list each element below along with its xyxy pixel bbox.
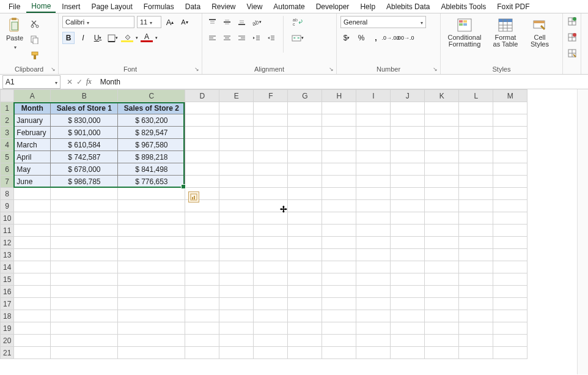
cell-I12[interactable] — [356, 237, 391, 249]
cell-A21[interactable] — [14, 347, 51, 359]
cell-M14[interactable] — [493, 261, 527, 273]
cell-I14[interactable] — [356, 261, 391, 273]
column-header-K[interactable]: K — [425, 90, 459, 102]
cell-I1[interactable] — [356, 102, 391, 114]
cell-K17[interactable] — [425, 298, 459, 310]
cell-M3[interactable] — [493, 127, 527, 139]
row-header-4[interactable]: 4 — [1, 139, 14, 151]
enter-formula-icon[interactable]: ✓ — [76, 78, 83, 86]
cell-E3[interactable] — [219, 127, 254, 139]
cell-K10[interactable] — [425, 212, 459, 225]
cell-K19[interactable] — [425, 322, 459, 335]
cell-H14[interactable] — [322, 261, 356, 273]
cell-K6[interactable] — [425, 163, 459, 176]
cell-M8[interactable] — [493, 188, 527, 200]
cell-I9[interactable] — [356, 200, 391, 212]
cell-G9[interactable] — [288, 200, 322, 212]
cell-F14[interactable] — [254, 261, 288, 273]
cell-C8[interactable] — [118, 188, 185, 200]
cell-K15[interactable] — [425, 273, 459, 286]
column-header-G[interactable]: G — [288, 90, 322, 102]
column-header-D[interactable]: D — [185, 90, 219, 102]
delete-cells-icon[interactable] — [567, 32, 578, 43]
alignment-launcher-icon[interactable]: ↘ — [328, 65, 335, 73]
cell-G18[interactable] — [288, 310, 322, 322]
cell-F5[interactable] — [254, 151, 288, 163]
comma-format-icon[interactable]: , — [370, 32, 382, 44]
cell-G20[interactable] — [288, 335, 322, 347]
number-format-select[interactable]: General — [340, 16, 426, 28]
cell-E7[interactable] — [219, 176, 254, 188]
row-header-21[interactable]: 21 — [1, 347, 14, 359]
font-size-select[interactable]: 11 — [137, 16, 161, 28]
align-middle-icon[interactable] — [221, 16, 233, 28]
cell-A17[interactable] — [14, 298, 51, 310]
cell-H21[interactable] — [322, 347, 356, 359]
cell-K5[interactable] — [425, 151, 459, 163]
cell-L15[interactable] — [459, 273, 493, 286]
cell-C21[interactable] — [118, 347, 185, 359]
cell-J9[interactable] — [391, 200, 425, 212]
cell-C20[interactable] — [118, 335, 185, 347]
decrease-decimal-icon[interactable]: .00→.0 — [399, 32, 411, 44]
row-header-18[interactable]: 18 — [1, 310, 14, 322]
cell-E5[interactable] — [219, 151, 254, 163]
menu-item-help[interactable]: Help — [355, 1, 380, 12]
align-left-icon[interactable] — [206, 32, 218, 44]
decrease-indent-icon[interactable] — [250, 32, 262, 44]
cell-F1[interactable] — [254, 102, 288, 114]
cell-D16[interactable] — [185, 286, 219, 298]
paste-dropdown-caret[interactable] — [13, 43, 17, 50]
cell-B1[interactable]: Sales of Store 1 — [51, 102, 118, 114]
cell-F4[interactable] — [254, 139, 288, 151]
cancel-formula-icon[interactable]: ✕ — [67, 78, 73, 86]
cell-E14[interactable] — [219, 261, 254, 273]
underline-button[interactable]: U▾ — [92, 32, 104, 44]
cell-B20[interactable] — [51, 335, 118, 347]
cell-L14[interactable] — [459, 261, 493, 273]
cell-H10[interactable] — [322, 212, 356, 225]
cell-A13[interactable] — [14, 249, 51, 261]
cell-K9[interactable] — [425, 200, 459, 212]
bold-button[interactable]: B — [62, 32, 75, 44]
cell-E17[interactable] — [219, 298, 254, 310]
cell-A14[interactable] — [14, 261, 51, 273]
cell-M1[interactable] — [493, 102, 527, 114]
row-header-14[interactable]: 14 — [1, 261, 14, 273]
column-header-F[interactable]: F — [254, 90, 288, 102]
worksheet-grid[interactable]: ABCDEFGHIJKLM1MonthSales of Store 1Sales… — [0, 89, 588, 374]
cell-F2[interactable] — [254, 114, 288, 127]
row-header-2[interactable]: 2 — [1, 114, 14, 127]
row-header-11[interactable]: 11 — [1, 225, 14, 237]
cell-I21[interactable] — [356, 347, 391, 359]
cell-K1[interactable] — [425, 102, 459, 114]
number-launcher-icon[interactable]: ↘ — [432, 65, 439, 73]
cell-B3[interactable]: $ 901,000 — [51, 127, 118, 139]
menu-item-ablebits-data[interactable]: Ablebits Data — [381, 1, 435, 12]
cell-B12[interactable] — [51, 237, 118, 249]
cell-styles-button[interactable]: Cell Styles — [526, 16, 553, 49]
column-header-C[interactable]: C — [118, 90, 185, 102]
cell-H6[interactable] — [322, 163, 356, 176]
cell-M21[interactable] — [493, 347, 527, 359]
cell-L18[interactable] — [459, 310, 493, 322]
cell-B16[interactable] — [51, 286, 118, 298]
cell-L12[interactable] — [459, 237, 493, 249]
cell-G3[interactable] — [288, 127, 322, 139]
cell-F16[interactable] — [254, 286, 288, 298]
cell-E11[interactable] — [219, 225, 254, 237]
format-painter-icon[interactable] — [29, 50, 40, 61]
cell-H11[interactable] — [322, 225, 356, 237]
cell-M20[interactable] — [493, 335, 527, 347]
cell-I2[interactable] — [356, 114, 391, 127]
italic-button[interactable]: I — [77, 32, 89, 44]
cell-D11[interactable] — [185, 225, 219, 237]
cell-H17[interactable] — [322, 298, 356, 310]
cell-M11[interactable] — [493, 225, 527, 237]
column-header-A[interactable]: A — [14, 90, 51, 102]
vertical-scrollbar[interactable] — [577, 89, 588, 374]
row-header-17[interactable]: 17 — [1, 298, 14, 310]
cell-G6[interactable] — [288, 163, 322, 176]
cell-C2[interactable]: $ 630,200 — [118, 114, 185, 127]
cell-I13[interactable] — [356, 249, 391, 261]
